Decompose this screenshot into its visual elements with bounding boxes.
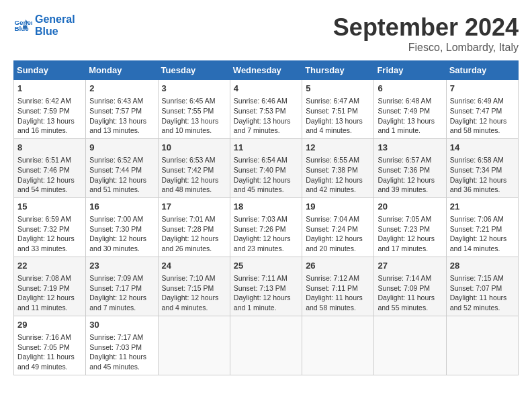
- sunrise-text: Sunrise: 6:42 AM: [17, 97, 71, 105]
- sunset-text: Sunset: 7:30 PM: [89, 225, 142, 233]
- calendar-cell: 16Sunrise: 7:00 AMSunset: 7:30 PMDayligh…: [86, 197, 158, 257]
- sunset-text: Sunset: 7:46 PM: [17, 166, 70, 174]
- sunrise-text: Sunrise: 7:06 AM: [450, 215, 504, 223]
- day-number: 29: [17, 319, 82, 331]
- daylight-text: Daylight: 12 hours and 36 minutes.: [450, 176, 507, 194]
- sunrise-text: Sunrise: 7:15 AM: [450, 274, 504, 282]
- header-row: SundayMondayTuesdayWednesdayThursdayFrid…: [14, 61, 519, 80]
- day-number: 10: [162, 142, 226, 154]
- calendar-cell: 2Sunrise: 6:43 AMSunset: 7:57 PMDaylight…: [86, 80, 158, 139]
- day-number: 18: [234, 201, 298, 213]
- sunset-text: Sunset: 7:15 PM: [162, 284, 214, 292]
- calendar-cell: 6Sunrise: 6:48 AMSunset: 7:49 PMDaylight…: [374, 80, 446, 139]
- daylight-text: Daylight: 13 hours and 7 minutes.: [234, 117, 291, 135]
- sunset-text: Sunset: 7:49 PM: [378, 107, 430, 115]
- daylight-text: Daylight: 13 hours and 4 minutes.: [306, 117, 363, 135]
- header-cell-wednesday: Wednesday: [230, 61, 302, 80]
- calendar-cell: 27Sunrise: 7:14 AMSunset: 7:09 PMDayligh…: [374, 257, 446, 316]
- calendar-cell: [158, 316, 230, 375]
- calendar-cell: 30Sunrise: 7:17 AMSunset: 7:03 PMDayligh…: [86, 316, 158, 375]
- calendar-week-row: 8Sunrise: 6:51 AMSunset: 7:46 PMDaylight…: [14, 138, 519, 197]
- calendar-cell: 11Sunrise: 6:54 AMSunset: 7:40 PMDayligh…: [230, 138, 302, 197]
- calendar-cell: 5Sunrise: 6:47 AMSunset: 7:51 PMDaylight…: [302, 80, 374, 139]
- sunset-text: Sunset: 7:53 PM: [234, 107, 286, 115]
- daylight-text: Daylight: 12 hours and 26 minutes.: [162, 234, 219, 253]
- calendar-week-row: 15Sunrise: 6:59 AMSunset: 7:32 PMDayligh…: [14, 197, 519, 257]
- calendar-cell: 8Sunrise: 6:51 AMSunset: 7:46 PMDaylight…: [14, 138, 86, 197]
- sunset-text: Sunset: 7:26 PM: [234, 225, 286, 233]
- calendar-cell: 21Sunrise: 7:06 AMSunset: 7:21 PMDayligh…: [446, 197, 518, 257]
- daylight-text: Daylight: 12 hours and 1 minute.: [234, 293, 291, 312]
- sunrise-text: Sunrise: 7:14 AM: [378, 274, 431, 282]
- header-cell-saturday: Saturday: [446, 61, 518, 80]
- header-cell-tuesday: Tuesday: [158, 61, 230, 80]
- day-number: 19: [306, 201, 370, 213]
- calendar-week-row: 1Sunrise: 6:42 AMSunset: 7:59 PMDaylight…: [14, 80, 519, 139]
- day-number: 1: [17, 83, 82, 95]
- day-number: 25: [234, 260, 298, 272]
- sunset-text: Sunset: 7:51 PM: [306, 107, 358, 115]
- daylight-text: Daylight: 12 hours and 45 minutes.: [234, 176, 291, 194]
- daylight-text: Daylight: 11 hours and 55 minutes.: [378, 293, 435, 312]
- calendar-cell: 28Sunrise: 7:15 AMSunset: 7:07 PMDayligh…: [446, 257, 518, 316]
- sunset-text: Sunset: 7:23 PM: [378, 225, 430, 233]
- calendar-cell: 23Sunrise: 7:09 AMSunset: 7:17 PMDayligh…: [86, 257, 158, 316]
- day-number: 12: [306, 142, 370, 154]
- sunrise-text: Sunrise: 7:16 AM: [17, 333, 71, 341]
- daylight-text: Daylight: 12 hours and 23 minutes.: [234, 234, 291, 253]
- calendar-header: SundayMondayTuesdayWednesdayThursdayFrid…: [14, 61, 519, 80]
- sunrise-text: Sunrise: 6:59 AM: [17, 215, 71, 223]
- sunset-text: Sunset: 7:17 PM: [89, 284, 142, 292]
- page-header: General Blue General Blue September 2024…: [13, 13, 519, 54]
- calendar-cell: 19Sunrise: 7:04 AMSunset: 7:24 PMDayligh…: [302, 197, 374, 257]
- sunset-text: Sunset: 7:13 PM: [234, 284, 286, 292]
- sunrise-text: Sunrise: 7:08 AM: [17, 274, 71, 282]
- logo: General Blue General Blue: [13, 13, 75, 37]
- sunset-text: Sunset: 7:47 PM: [450, 107, 502, 115]
- sunrise-text: Sunrise: 7:01 AM: [162, 215, 216, 223]
- daylight-text: Daylight: 12 hours and 48 minutes.: [162, 176, 219, 194]
- day-number: 24: [162, 260, 226, 272]
- day-number: 22: [17, 260, 82, 272]
- calendar-cell: 24Sunrise: 7:10 AMSunset: 7:15 PMDayligh…: [158, 257, 230, 316]
- sunrise-text: Sunrise: 7:00 AM: [89, 215, 143, 223]
- day-number: 20: [378, 201, 442, 213]
- sunrise-text: Sunrise: 6:58 AM: [450, 156, 504, 164]
- sunset-text: Sunset: 7:32 PM: [17, 225, 70, 233]
- title-area: September 2024 Fiesco, Lombardy, Italy: [333, 13, 519, 54]
- sunrise-text: Sunrise: 6:43 AM: [89, 97, 143, 105]
- sunset-text: Sunset: 7:24 PM: [306, 225, 358, 233]
- sunset-text: Sunset: 7:36 PM: [378, 166, 430, 174]
- header-cell-thursday: Thursday: [302, 61, 374, 80]
- calendar-cell: 7Sunrise: 6:49 AMSunset: 7:47 PMDaylight…: [446, 80, 518, 139]
- sunset-text: Sunset: 7:21 PM: [450, 225, 502, 233]
- sunset-text: Sunset: 7:34 PM: [450, 166, 502, 174]
- sunset-text: Sunset: 7:40 PM: [234, 166, 286, 174]
- daylight-text: Daylight: 12 hours and 33 minutes.: [17, 234, 75, 253]
- sunrise-text: Sunrise: 6:57 AM: [378, 156, 431, 164]
- sunrise-text: Sunrise: 6:47 AM: [306, 97, 359, 105]
- calendar-cell: [374, 316, 446, 375]
- daylight-text: Daylight: 12 hours and 42 minutes.: [306, 176, 363, 194]
- sunrise-text: Sunrise: 6:52 AM: [89, 156, 143, 164]
- day-number: 2: [89, 83, 154, 95]
- sunset-text: Sunset: 7:28 PM: [162, 225, 214, 233]
- day-number: 16: [89, 201, 154, 213]
- day-number: 17: [162, 201, 226, 213]
- daylight-text: Daylight: 11 hours and 58 minutes.: [306, 293, 363, 312]
- sunset-text: Sunset: 7:09 PM: [378, 284, 430, 292]
- daylight-text: Daylight: 12 hours and 39 minutes.: [378, 176, 435, 194]
- calendar-week-row: 22Sunrise: 7:08 AMSunset: 7:19 PMDayligh…: [14, 257, 519, 316]
- location-subtitle: Fiesco, Lombardy, Italy: [333, 42, 519, 54]
- day-number: 14: [450, 142, 515, 154]
- calendar-table: SundayMondayTuesdayWednesdayThursdayFrid…: [13, 60, 519, 375]
- calendar-cell: 25Sunrise: 7:11 AMSunset: 7:13 PMDayligh…: [230, 257, 302, 316]
- day-number: 27: [378, 260, 442, 272]
- daylight-text: Daylight: 12 hours and 54 minutes.: [17, 176, 75, 194]
- calendar-cell: 1Sunrise: 6:42 AMSunset: 7:59 PMDaylight…: [14, 80, 86, 139]
- day-number: 11: [234, 142, 298, 154]
- daylight-text: Daylight: 13 hours and 16 minutes.: [17, 117, 75, 135]
- daylight-text: Daylight: 12 hours and 58 minutes.: [450, 117, 507, 135]
- sunrise-text: Sunrise: 6:54 AM: [234, 156, 287, 164]
- sunset-text: Sunset: 7:42 PM: [162, 166, 214, 174]
